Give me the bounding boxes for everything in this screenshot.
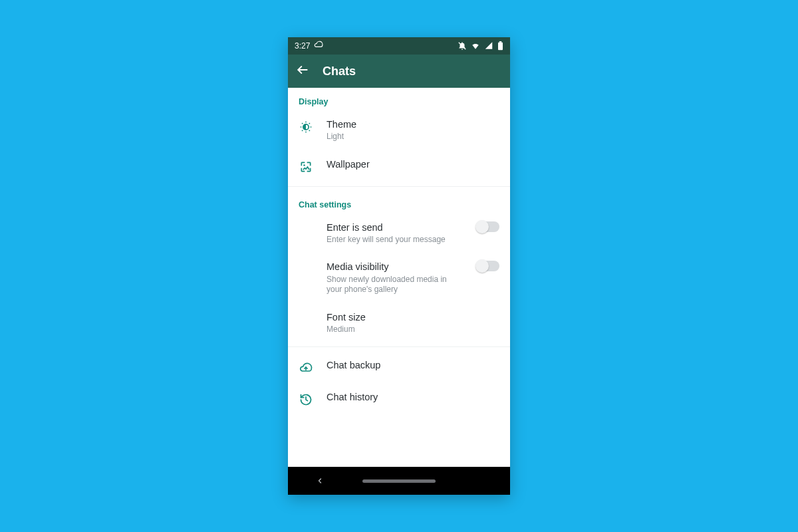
cloud-icon xyxy=(314,41,323,52)
svg-point-5 xyxy=(303,164,305,166)
item-theme[interactable]: Theme Light xyxy=(288,110,510,150)
toggle-enter-is-send[interactable] xyxy=(477,221,499,232)
section-header-display: Display xyxy=(288,88,510,110)
divider xyxy=(288,186,510,187)
item-title: Enter is send xyxy=(327,221,462,233)
item-title: Media visibility xyxy=(327,261,462,273)
item-subtitle: Light xyxy=(327,132,453,142)
toggle-media-visibility[interactable] xyxy=(477,261,499,271)
item-media-visibility[interactable]: Media visibility Show newly downloaded m… xyxy=(288,253,510,303)
wifi-icon xyxy=(471,41,480,51)
divider xyxy=(288,346,510,347)
app-bar: Chats xyxy=(288,55,510,88)
item-subtitle: Enter key will send your message xyxy=(327,235,453,245)
history-icon xyxy=(299,392,313,407)
status-right xyxy=(458,41,503,51)
item-chat-history[interactable]: Chat history xyxy=(288,383,510,415)
item-title: Chat history xyxy=(327,391,499,403)
settings-content: Display Theme Light Wallpaper Chat setti… xyxy=(288,88,510,467)
item-title: Chat backup xyxy=(327,359,499,371)
back-icon[interactable] xyxy=(296,63,309,79)
signal-icon xyxy=(484,41,493,51)
android-nav-bar xyxy=(288,467,510,495)
item-enter-is-send[interactable]: Enter is send Enter key will send your m… xyxy=(288,213,510,253)
item-wallpaper[interactable]: Wallpaper xyxy=(288,150,510,182)
nav-home-pill[interactable] xyxy=(362,479,436,483)
item-subtitle: Medium xyxy=(327,325,453,335)
status-time: 3:27 xyxy=(295,41,310,51)
item-title: Font size xyxy=(327,311,499,323)
item-font-size[interactable]: Font size Medium xyxy=(288,303,510,343)
page-title: Chats xyxy=(323,65,356,78)
item-chat-backup[interactable]: Chat backup xyxy=(288,351,510,383)
svg-rect-2 xyxy=(499,41,502,43)
status-left: 3:27 xyxy=(295,41,323,52)
item-title: Theme xyxy=(327,118,499,130)
theme-icon xyxy=(299,120,313,134)
svg-rect-1 xyxy=(498,43,503,50)
nav-back-icon[interactable] xyxy=(316,477,324,485)
battery-icon xyxy=(497,41,503,51)
section-header-chat-settings: Chat settings xyxy=(288,191,510,213)
item-title: Wallpaper xyxy=(327,158,499,170)
item-subtitle: Show newly downloaded media in your phon… xyxy=(327,275,453,295)
phone-frame: 3:27 Chats Display xyxy=(288,37,510,495)
wallpaper-icon xyxy=(299,160,313,174)
cloud-upload-icon xyxy=(299,360,313,375)
notifications-off-icon xyxy=(458,41,467,51)
status-bar: 3:27 xyxy=(288,37,510,55)
